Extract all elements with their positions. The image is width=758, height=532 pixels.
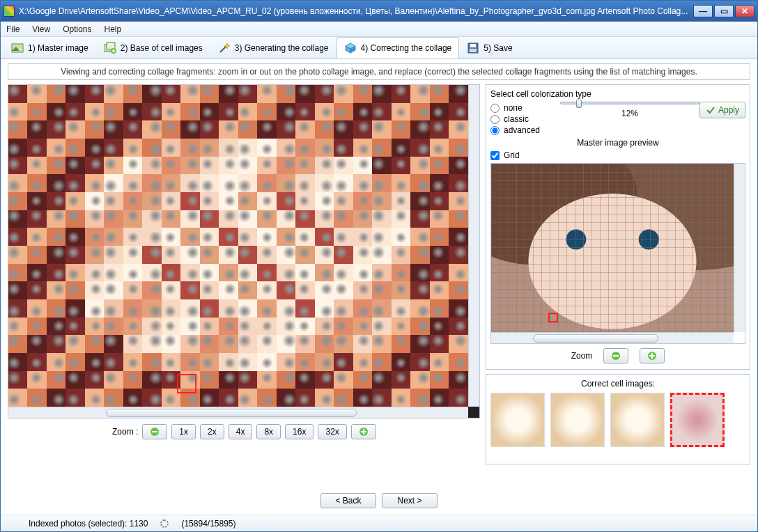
zoom-1x-button[interactable]: 1x xyxy=(171,424,196,439)
svg-rect-12 xyxy=(363,429,364,435)
svg-rect-6 xyxy=(470,44,476,47)
preview-title: Master image preview xyxy=(490,138,745,148)
colorize-percent: 12% xyxy=(621,109,638,118)
preview-grid-overlay xyxy=(491,164,734,332)
menu-help[interactable]: Help xyxy=(105,24,122,34)
menubar: File View Options Help xyxy=(1,22,757,37)
zoom-32x-button[interactable]: 32x xyxy=(318,424,346,439)
colorize-panel: Select cell colorization type none class… xyxy=(486,84,750,370)
tab-save[interactable]: 5) Save xyxy=(459,37,520,58)
cell-candidate[interactable] xyxy=(610,393,665,447)
svg-rect-14 xyxy=(613,355,619,357)
tab-base-images[interactable]: 2) Base of cell images xyxy=(96,37,210,58)
svg-point-1 xyxy=(19,45,22,48)
window-title: X:\Google Drive\ArtensoftShare\Video_APC… xyxy=(19,6,692,16)
preview-zoom-in-button[interactable] xyxy=(640,348,665,363)
zoom-in-button[interactable] xyxy=(351,424,376,439)
zoom-2x-button[interactable]: 2x xyxy=(200,424,224,439)
status-indexed: Indexed photos (selected): 1130 xyxy=(29,519,148,529)
zoom-16x-button[interactable]: 16x xyxy=(285,424,314,439)
tab-label: 1) Master image xyxy=(28,43,88,53)
step-tabs: 1) Master image 2) Base of cell images 3… xyxy=(1,37,757,59)
svg-rect-17 xyxy=(651,353,653,359)
spinner-icon xyxy=(160,519,169,528)
correct-header: Correct cell images: xyxy=(490,379,745,389)
zoom-4x-button[interactable]: 4x xyxy=(229,424,253,439)
check-icon xyxy=(706,105,716,115)
next-button[interactable]: Next > xyxy=(382,493,438,508)
statusbar: Indexed photos (selected): 1130 (15894/1… xyxy=(1,515,757,531)
colorize-advanced-label: advanced xyxy=(504,125,540,135)
collage-hscroll[interactable] xyxy=(8,407,468,418)
grid-checkbox[interactable] xyxy=(490,151,500,160)
cell-candidate-selected[interactable] xyxy=(670,393,725,447)
tab-label: 4) Correcting the collage xyxy=(361,43,452,53)
colorize-slider[interactable] xyxy=(560,102,699,104)
zoom-8x-button[interactable]: 8x xyxy=(256,424,281,439)
zoom-label: Zoom : xyxy=(112,427,138,437)
preview-vscroll[interactable] xyxy=(734,164,745,332)
grid-label: Grid xyxy=(504,150,520,160)
zoom-out-button[interactable] xyxy=(142,424,167,439)
titlebar: X:\Google Drive\ArtensoftShare\Video_APC… xyxy=(1,1,757,22)
preview-hscroll[interactable] xyxy=(491,332,734,343)
status-progress: (15894/15895) xyxy=(181,519,235,529)
colorize-classic-radio[interactable] xyxy=(490,115,500,124)
correct-panel: Correct cell images: xyxy=(486,374,750,464)
selected-cell-marker xyxy=(177,374,196,393)
scrollbar-thumb[interactable] xyxy=(106,409,357,417)
cell-candidate[interactable] xyxy=(490,393,545,447)
slider-handle[interactable] xyxy=(576,100,582,108)
preview-selection-marker xyxy=(548,313,558,322)
collage-mosaic xyxy=(8,85,468,407)
preview-zoom-label: Zoom xyxy=(571,351,593,361)
menu-view[interactable]: View xyxy=(32,24,50,34)
master-preview[interactable] xyxy=(490,163,745,344)
tab-label: 5) Save xyxy=(484,43,512,53)
colorize-classic-label: classic xyxy=(504,114,529,124)
tab-label: 2) Base of cell images xyxy=(121,43,203,53)
preview-zoom-toolbar: Zoom xyxy=(490,344,745,365)
colorize-advanced-radio[interactable] xyxy=(490,126,500,135)
tab-master-image[interactable]: 1) Master image xyxy=(3,37,96,58)
status-icon xyxy=(6,519,16,529)
maximize-button[interactable]: ▭ xyxy=(714,5,734,17)
menu-options[interactable]: Options xyxy=(63,24,91,34)
minimize-button[interactable]: — xyxy=(693,5,713,17)
tab-generate[interactable]: 3) Generating the collage xyxy=(210,37,337,58)
svg-rect-0 xyxy=(12,44,23,52)
collage-viewport[interactable] xyxy=(8,84,480,418)
menu-file[interactable]: File xyxy=(6,24,20,34)
back-button[interactable]: < Back xyxy=(320,493,376,508)
colorize-none-label: none xyxy=(504,103,523,113)
scrollbar-thumb[interactable] xyxy=(533,334,658,343)
images-add-icon xyxy=(104,42,116,54)
collage-vscroll[interactable] xyxy=(468,85,479,407)
close-button[interactable]: ✕ xyxy=(735,5,755,17)
image-icon xyxy=(11,42,24,54)
preview-zoom-out-button[interactable] xyxy=(603,348,628,363)
wizard-nav: < Back Next > xyxy=(1,487,757,515)
cell-candidate[interactable] xyxy=(550,393,605,447)
tab-label: 3) Generating the collage xyxy=(235,43,329,53)
svg-rect-9 xyxy=(152,431,157,432)
instruction-text: Viewing and correcting collage fragments… xyxy=(8,63,750,80)
collage-zoom-toolbar: Zoom : 1x 2x 4x 8x 16x 32x xyxy=(8,418,480,439)
tab-correct[interactable]: 4) Correcting the collage xyxy=(337,37,460,58)
app-icon xyxy=(3,6,15,17)
svg-rect-7 xyxy=(470,49,477,52)
save-icon xyxy=(467,42,479,54)
apply-button[interactable]: Apply xyxy=(699,102,745,118)
cube-icon xyxy=(344,42,357,54)
wand-icon xyxy=(218,42,231,54)
colorize-header: Select cell colorization type xyxy=(490,89,745,99)
colorize-none-radio[interactable] xyxy=(490,104,500,113)
